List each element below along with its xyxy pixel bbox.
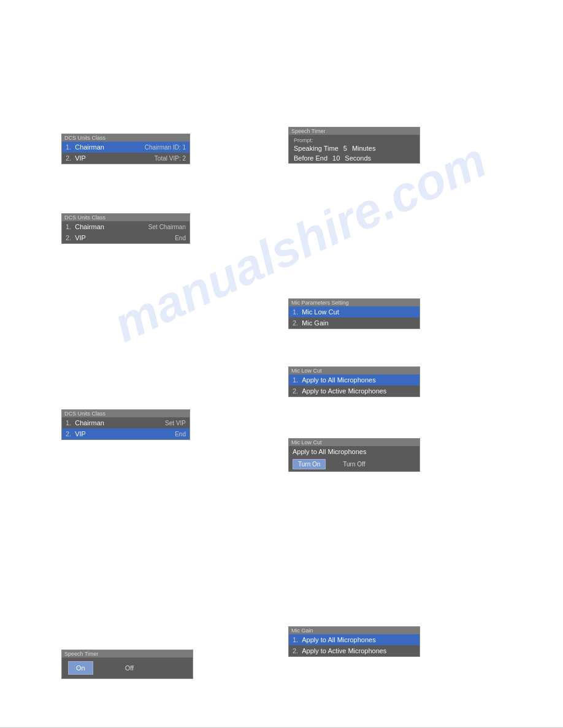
mic-low-cut-turn-panel: Mic Low Cut Apply to All Microphones Tur…	[288, 438, 420, 472]
speaking-time-row: Speaking Time 5 Minutes	[289, 143, 419, 153]
dcs-class-panel-2: DCS Units Class 1. Chairman Set Chairman…	[61, 213, 190, 244]
list-item[interactable]: 1. Apply to All Microphones	[289, 634, 419, 645]
row-number: 2.	[66, 154, 71, 162]
apply-all-label-row: Apply to All Microphones	[289, 446, 419, 457]
speech-timer-on-off-panel: Speech Timer On Off	[61, 650, 193, 679]
before-end-value: 10	[332, 154, 340, 162]
list-item[interactable]: 2. VIP End	[62, 232, 190, 243]
mic-gain-apply-title: Mic Gain	[289, 627, 419, 634]
speaking-time-unit: Minutes	[352, 145, 376, 152]
speech-timer-settings-panel: Speech Timer Prompt: Speaking Time 5 Min…	[288, 127, 420, 164]
row-number: 1.	[66, 419, 71, 427]
mic-params-title: Mic Parameters Setting	[289, 299, 419, 306]
list-item[interactable]: 1. Chairman Set VIP	[62, 417, 190, 428]
before-end-row: Before End 10 Seconds	[289, 153, 419, 163]
row-label: Apply to Active Microphones	[302, 647, 416, 654]
speaking-time-label: Speaking Time	[294, 145, 339, 152]
before-end-unit: Seconds	[345, 154, 371, 162]
row-number: 1.	[66, 223, 71, 230]
speech-timer-settings-title: Speech Timer	[289, 127, 419, 135]
mic-params-panel: Mic Parameters Setting 1. Mic Low Cut 2.…	[288, 298, 420, 329]
speaking-time-value: 5	[343, 145, 347, 152]
mic-low-cut-apply-panel: Mic Low Cut 1. Apply to All Microphones …	[288, 366, 420, 397]
on-button[interactable]: On	[68, 661, 93, 675]
row-right: Chairman ID: 1	[145, 144, 186, 151]
mic-low-cut-apply-title: Mic Low Cut	[289, 367, 419, 374]
turn-on-off-row: Turn On Turn Off	[289, 457, 419, 471]
row-label: Chairman	[75, 419, 165, 427]
row-label: VIP	[75, 430, 175, 438]
list-item[interactable]: 2. VIP End	[62, 428, 190, 439]
row-label: Mic Gain	[302, 319, 416, 327]
list-item[interactable]: 2. VIP Total VIP: 2	[62, 153, 190, 164]
dcs-class-panel-1: DCS Units Class 1. Chairman Chairman ID:…	[61, 134, 190, 164]
on-off-row: On Off	[62, 658, 193, 678]
row-right: End	[175, 431, 186, 438]
row-label: Apply to Active Microphones	[302, 387, 416, 395]
dcs-class-panel-3: DCS Units Class 1. Chairman Set VIP 2. V…	[61, 409, 190, 440]
dcs-class-panel-2-title: DCS Units Class	[62, 214, 190, 221]
mic-low-cut-turn-title: Mic Low Cut	[289, 439, 419, 446]
row-label: Apply to All Microphones	[302, 376, 416, 384]
row-label: Mic Low Cut	[302, 308, 416, 316]
row-number: 2.	[66, 430, 71, 438]
mic-gain-apply-panel: Mic Gain 1. Apply to All Microphones 2. …	[288, 626, 420, 657]
list-item[interactable]: 1. Mic Low Cut	[289, 306, 419, 317]
turn-off-button[interactable]: Turn Off	[338, 460, 370, 469]
row-number: 1.	[293, 376, 298, 384]
row-number: 2.	[293, 319, 298, 327]
row-number: 2.	[293, 387, 298, 395]
row-number: 1.	[293, 308, 298, 316]
before-end-label: Before End	[294, 154, 327, 162]
list-item[interactable]: 1. Apply to All Microphones	[289, 374, 419, 385]
dcs-class-panel-1-title: DCS Units Class	[62, 134, 190, 142]
row-number: 1.	[293, 636, 298, 643]
apply-all-label: Apply to All Microphones	[293, 448, 366, 455]
dcs-class-panel-3-title: DCS Units Class	[62, 410, 190, 417]
row-label: Chairman	[75, 223, 148, 230]
row-number: 1.	[66, 143, 71, 151]
prompt-label: Prompt:	[294, 136, 313, 143]
row-label: VIP	[75, 234, 175, 241]
row-right: Set VIP	[165, 420, 186, 427]
off-button[interactable]: Off	[118, 662, 141, 674]
row-number: 2.	[293, 647, 298, 654]
row-number: 2.	[66, 234, 71, 241]
list-item[interactable]: 2. Apply to Active Microphones	[289, 645, 419, 656]
turn-on-button[interactable]: Turn On	[293, 459, 326, 469]
row-right: Total VIP: 2	[155, 155, 186, 162]
list-item[interactable]: 2. Apply to Active Microphones	[289, 385, 419, 396]
list-item[interactable]: 1. Chairman Chairman ID: 1	[62, 142, 190, 153]
row-label: Chairman	[75, 143, 145, 151]
row-right: End	[175, 235, 186, 241]
list-item[interactable]: 1. Chairman Set Chairman	[62, 221, 190, 232]
row-label: VIP	[75, 154, 155, 162]
list-item[interactable]: 2. Mic Gain	[289, 317, 419, 328]
row-right: Set Chairman	[148, 224, 186, 230]
row-label: Apply to All Microphones	[302, 636, 416, 643]
speech-timer-on-off-title: Speech Timer	[62, 650, 193, 658]
